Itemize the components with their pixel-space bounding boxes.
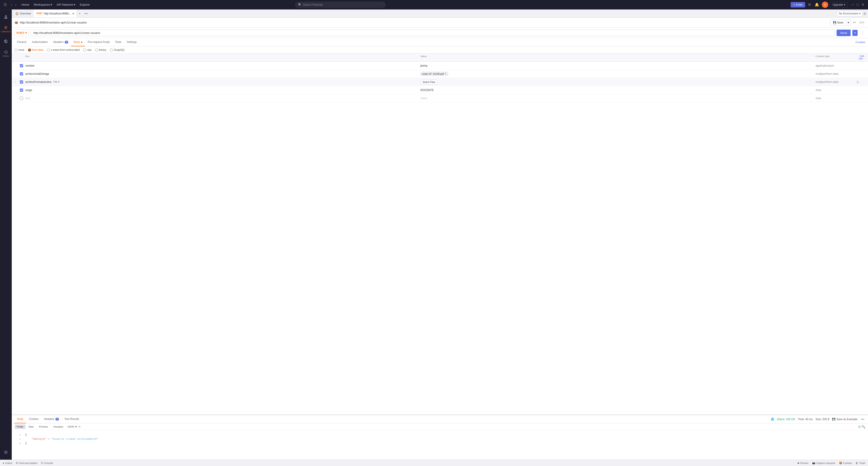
res-tab-test-results[interactable]: Test Results: [62, 415, 82, 423]
format-preview[interactable]: Preview: [37, 425, 50, 429]
overview-label: Overview: [20, 12, 31, 15]
menu-button[interactable]: ☰: [3, 2, 8, 8]
row-checkbox-1[interactable]: [20, 64, 23, 67]
save-example-button[interactable]: 💾 Save as Example: [832, 418, 857, 421]
code-button[interactable]: </>: [858, 20, 865, 26]
body-type-selector: none form-data x-www-form-urlencoded raw…: [12, 46, 868, 54]
sidebar-item-collections[interactable]: Collections: [1, 24, 10, 35]
close-button[interactable]: ✕: [861, 2, 865, 7]
file-type-selector[interactable]: File ▾: [53, 80, 59, 84]
body-type-formdata[interactable]: form-data: [28, 48, 43, 52]
body-type-binary[interactable]: binary: [95, 48, 106, 52]
res-tab-cookies[interactable]: Cookies: [26, 415, 41, 423]
copy-button[interactable]: ⧉: [858, 425, 861, 429]
bell-icon[interactable]: 🔔: [814, 2, 820, 8]
method-chevron: ▾: [25, 31, 27, 35]
api-network-link[interactable]: API Network ▾: [55, 2, 77, 7]
tab-params[interactable]: Params: [14, 38, 29, 46]
send-button[interactable]: Send: [837, 30, 850, 36]
bulk-edit-button[interactable]: ⋯ Bulk Edit: [856, 55, 865, 60]
sidebar-item-environments[interactable]: [1, 36, 10, 47]
sidebar-item-account[interactable]: [1, 11, 10, 23]
trash-item[interactable]: 🗑 Trash: [856, 462, 865, 464]
home-link[interactable]: Home: [20, 2, 31, 7]
console-label: Console: [44, 462, 53, 464]
capture-label: Capture requests: [816, 462, 835, 464]
save-dropdown-button[interactable]: ▾: [846, 20, 851, 26]
window-controls: ─ □ ✕: [850, 2, 865, 7]
sidebar: Collections History: [0, 9, 12, 460]
more-tabs-button[interactable]: •••: [83, 11, 90, 16]
row-checkbox-3[interactable]: [20, 80, 23, 84]
tab-body[interactable]: Body: [71, 38, 85, 46]
layout-icon[interactable]: ⊞: [863, 11, 867, 16]
format-visualize[interactable]: Visualize: [51, 425, 66, 429]
console-icon: ⊡: [41, 462, 43, 464]
add-tab-button[interactable]: +: [77, 11, 83, 16]
workspaces-link[interactable]: Workspaces ▾: [32, 2, 54, 7]
globe-icon: 🌐: [771, 418, 774, 421]
online-status[interactable]: ● Online: [3, 462, 12, 464]
trash-icon: 🗑: [856, 462, 858, 464]
tab-authorization[interactable]: Authorization: [29, 38, 51, 46]
overview-tab[interactable]: 🏠 Overview: [13, 9, 34, 18]
beautify-button[interactable]: ✏: [852, 20, 857, 26]
history-label: History: [2, 55, 9, 57]
maximize-button[interactable]: □: [856, 2, 860, 7]
wrap-button[interactable]: ≡: [79, 425, 81, 429]
back-button[interactable]: ‹: [10, 2, 13, 8]
search-response-button[interactable]: 🔍: [862, 425, 865, 429]
select-files-button[interactable]: Select Files: [421, 80, 437, 84]
nav-links: Home Workspaces ▾ API Network ▾ Explore: [20, 2, 92, 7]
capture-icon: 📷: [812, 462, 815, 464]
format-raw[interactable]: Raw: [26, 425, 36, 429]
cookies-status-item[interactable]: 🍪 Cookies: [839, 462, 852, 464]
console-item[interactable]: ⊡ Console: [41, 462, 53, 464]
more-options-button[interactable]: ⋮: [860, 29, 865, 36]
upgrade-button[interactable]: Upgrade ▾: [830, 2, 848, 7]
settings-icon[interactable]: ⚙: [807, 2, 812, 8]
delete-row-icon[interactable]: 🗑: [856, 80, 865, 84]
body-type-none[interactable]: none: [14, 48, 24, 52]
response-area: Body Cookies Headers 5 Test Results 🌐 St…: [12, 414, 868, 460]
remove-file-icon[interactable]: ✕: [444, 72, 446, 75]
explore-link[interactable]: Explore: [78, 2, 92, 7]
find-replace-item[interactable]: ⊕ Find and replace: [16, 462, 37, 464]
tab-pre-request[interactable]: Pre-request Script: [85, 38, 112, 46]
invite-button[interactable]: + Invite: [791, 2, 805, 7]
row-checkbox-5[interactable]: [20, 97, 23, 100]
body-type-urlencoded[interactable]: x-www-form-urlencoded: [47, 48, 80, 52]
tab-headers[interactable]: Headers 9: [51, 38, 71, 46]
drag-handle[interactable]: ⠿: [14, 80, 20, 84]
send-dropdown-button[interactable]: ▾: [852, 30, 858, 36]
row-checkbox-2[interactable]: [20, 72, 23, 75]
tab-url: http://localhost:8080/...: [44, 12, 71, 15]
request-tab[interactable]: POST http://localhost:8080/...: [34, 9, 77, 18]
response-more-button[interactable]: •••: [860, 417, 865, 422]
tab-tests[interactable]: Tests: [112, 38, 124, 46]
url-input[interactable]: [31, 30, 835, 36]
status-bar: ● Online ⊕ Find and replace ⊡ Console ▶ …: [0, 460, 868, 466]
avatar[interactable]: U: [822, 2, 828, 8]
environment-selector[interactable]: No Environment ▾: [837, 11, 863, 16]
json-type-selector[interactable]: JSON XML Text: [66, 425, 78, 428]
cookies-icon: 🍪: [839, 462, 842, 464]
body-type-raw[interactable]: raw: [83, 48, 91, 52]
method-selector[interactable]: POST ▾: [14, 30, 29, 36]
res-tab-body[interactable]: Body: [14, 415, 26, 423]
response-status: Status: 200 OK: [777, 418, 795, 421]
runner-item[interactable]: ▶ Runner: [798, 462, 809, 464]
cookies-link[interactable]: Cookies: [856, 41, 865, 44]
save-button[interactable]: 💾 Save: [830, 20, 846, 26]
sidebar-item-history[interactable]: History: [1, 48, 10, 59]
format-pretty[interactable]: Pretty: [14, 425, 26, 429]
sidebar-item-workspaces[interactable]: [1, 446, 10, 458]
forward-button[interactable]: ›: [14, 2, 17, 8]
capture-item[interactable]: 📷 Capture requests: [812, 462, 835, 464]
search-bar[interactable]: 🔍 Search Postman: [295, 2, 385, 8]
tab-settings[interactable]: Settings: [124, 38, 139, 46]
row-checkbox-4[interactable]: [20, 89, 23, 92]
res-tab-headers[interactable]: Headers 5: [41, 415, 62, 423]
minimize-button[interactable]: ─: [850, 2, 855, 7]
body-type-graphql[interactable]: GraphQL: [110, 48, 125, 52]
